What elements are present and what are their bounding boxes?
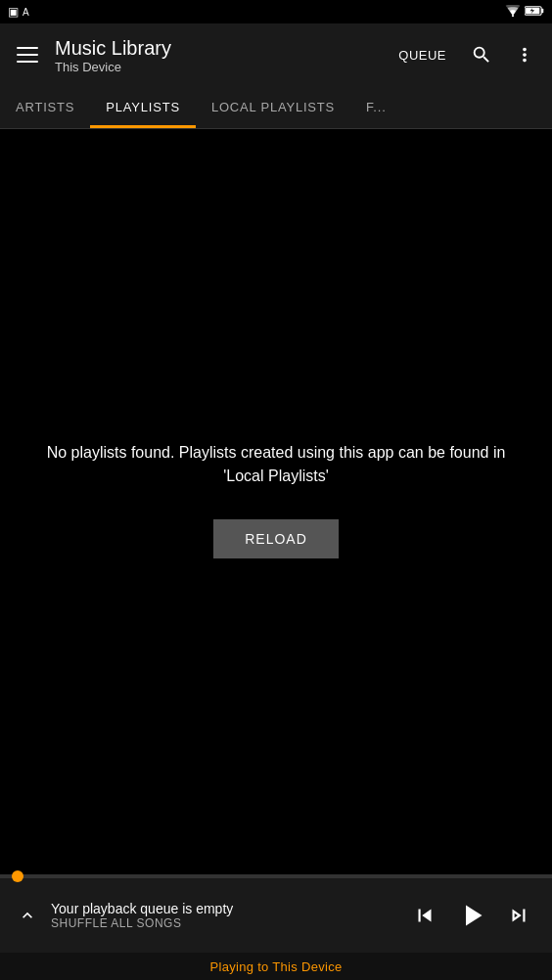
play-button[interactable] — [450, 894, 493, 937]
device-subtitle: This Device — [55, 60, 387, 74]
tab-playlists[interactable]: PLAYLISTS — [90, 86, 196, 128]
previous-button[interactable] — [403, 894, 446, 937]
status-bar-left: ▣ A — [8, 5, 29, 19]
track-info: Your playback queue is empty SHUFFLE ALL… — [51, 901, 403, 930]
battery-icon — [525, 5, 544, 20]
footer-bar: Playing to This Device — [0, 953, 552, 980]
header-actions: QUEUE — [387, 35, 544, 74]
next-button[interactable] — [497, 894, 540, 937]
sim-icon: ▣ — [8, 5, 19, 19]
play-icon — [454, 898, 489, 933]
empty-message: No playlists found. Playlists created us… — [31, 441, 521, 488]
progress-bar[interactable] — [0, 874, 552, 878]
expand-icon — [18, 906, 37, 925]
app-title: Music Library — [55, 36, 387, 60]
svg-rect-2 — [541, 8, 543, 12]
search-icon — [471, 44, 492, 66]
reload-button[interactable]: RELOAD — [213, 519, 339, 558]
player-content: Your playback queue is empty SHUFFLE ALL… — [0, 878, 552, 953]
footer-text: Playing to This Device — [210, 959, 343, 974]
app-icon: A — [23, 7, 29, 18]
wifi-icon — [505, 5, 521, 20]
status-bar: ▣ A — [0, 0, 552, 23]
header: Music Library This Device QUEUE — [0, 23, 552, 86]
skip-next-icon — [506, 903, 531, 928]
status-bar-right — [505, 5, 544, 20]
more-options-button[interactable] — [505, 35, 544, 74]
skip-prev-icon — [412, 903, 437, 928]
track-subtitle: SHUFFLE ALL SONGS — [51, 916, 403, 930]
menu-icon — [17, 47, 38, 63]
search-button[interactable] — [462, 35, 501, 74]
header-title-group: Music Library This Device — [55, 36, 387, 74]
menu-button[interactable] — [8, 35, 47, 74]
expand-button[interactable] — [12, 900, 43, 931]
tab-fourth[interactable]: F... — [350, 86, 402, 128]
more-vert-icon — [514, 44, 535, 66]
progress-dot — [12, 870, 23, 882]
tab-bar: ARTISTS PLAYLISTS LOCAL PLAYLISTS F... — [0, 86, 552, 129]
queue-button[interactable]: QUEUE — [387, 37, 458, 72]
bottom-player: Your playback queue is empty SHUFFLE ALL… — [0, 874, 552, 953]
player-controls — [403, 894, 540, 937]
tab-artists[interactable]: ARTISTS — [0, 86, 90, 128]
main-content: No playlists found. Playlists created us… — [0, 129, 552, 869]
track-title: Your playback queue is empty — [51, 901, 403, 916]
svg-point-0 — [512, 15, 514, 17]
tab-local-playlists[interactable]: LOCAL PLAYLISTS — [196, 86, 350, 128]
